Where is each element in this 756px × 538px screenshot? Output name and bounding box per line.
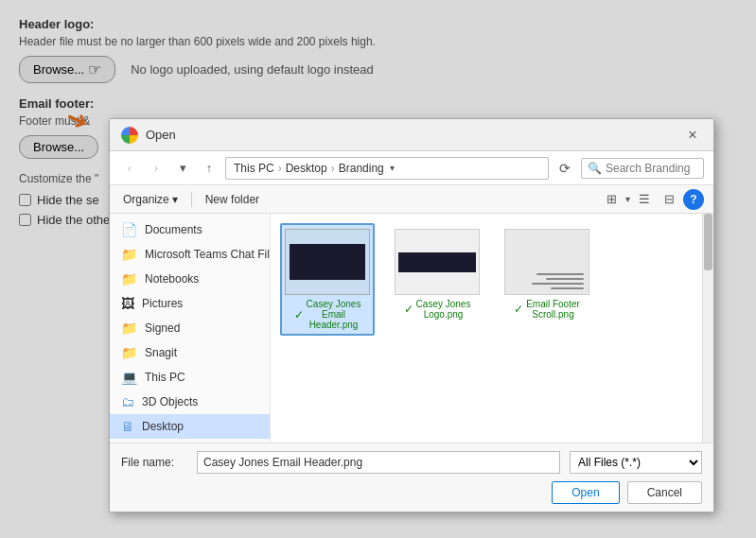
sidebar-item-teams[interactable]: 📁 Microsoft Teams Chat Files [110,242,270,267]
sidebar-label-this-pc: This PC [145,371,185,384]
email-footer-check: ✓ Email FooterScroll.png [514,299,580,320]
breadcrumb-this-pc[interactable]: This PC [234,162,274,175]
3d-objects-icon: 🗂 [121,394,134,409]
breadcrumb-branding[interactable]: Branding [339,162,384,175]
nav-dropdown-button[interactable]: ▾ [172,158,193,179]
refresh-button[interactable]: ⟳ [554,158,575,179]
breadcrumb-sep-2: › [331,162,335,175]
casey-header-thumbnail: CASEY JONES [285,229,370,295]
pictures-icon: 🖼 [121,296,134,311]
sidebar-label-documents: Documents [145,223,202,236]
file-item-casey-logo[interactable]: CASEY JONES ✓ Casey JonesLogo.png [390,223,484,325]
dialog-title-left: Open [121,127,176,144]
dialog-titlebar: Open × [110,119,713,151]
dialog-toolbar: Organize ▾ New folder ⊞ ▾ ☰ ⊟ ? [110,185,713,214]
sidebar-item-desktop[interactable]: 🖥 Desktop [110,414,270,439]
sidebar-label-desktop: Desktop [142,420,184,433]
dialog-sidebar: 📄 Documents 📁 Microsoft Teams Chat Files… [110,214,271,443]
dialog-close-button[interactable]: × [683,126,702,145]
action-row: Open Cancel [121,481,702,504]
teams-icon: 📁 [121,247,137,262]
footer-line-4 [551,287,584,289]
view-details-button[interactable]: ☰ [634,189,655,210]
sidebar-item-snagit[interactable]: 📁 Snagit [110,340,270,365]
chrome-icon [121,127,138,144]
file-item-casey-header[interactable]: CASEY JONES ✓ Casey JonesEmailHeader.png [280,223,375,336]
sidebar-label-snagit: Snagit [145,346,177,359]
email-footer-thumbnail [504,229,589,295]
casey-logo-text: CASEY JONES [404,259,469,269]
search-box: 🔍 [581,158,704,179]
footer-lines [532,273,584,289]
this-pc-icon: 💻 [121,370,137,385]
check-icon-2: ✓ [404,303,413,316]
footer-line-3 [532,283,584,285]
filename-input[interactable] [197,451,560,474]
new-folder-button[interactable]: New folder [202,191,263,208]
view-tiles-button[interactable]: ⊟ [659,189,679,210]
nav-up-button[interactable]: ↑ [199,158,220,179]
sidebar-item-pictures[interactable]: 🖼 Pictures [110,291,270,316]
help-button[interactable]: ? [683,189,704,210]
nav-forward-button[interactable]: › [146,158,167,179]
view-extra-large-button[interactable]: ⊞ [601,189,622,210]
check-icon-3: ✓ [514,303,523,316]
open-button[interactable]: Open [552,481,619,504]
dialog-body: 📄 Documents 📁 Microsoft Teams Chat Files… [110,214,713,443]
file-item-email-footer[interactable]: ✓ Email FooterScroll.png [500,223,594,325]
casey-logo-thumbnail: CASEY JONES [395,229,480,295]
casey-header-label: Casey JonesEmailHeader.png [307,299,361,330]
file-open-dialog: Open × ‹ › ▾ ↑ This PC › Desktop › Brand… [109,118,714,512]
dialog-bottom: File name: All Files (*.*) Open Cancel [110,443,713,512]
dialog-content: CASEY JONES ✓ Casey JonesEmailHeader.png… [271,214,713,443]
toolbar-right: ⊞ ▾ ☰ ⊟ ? [601,189,704,210]
desktop-icon: 🖥 [121,419,134,434]
signed-icon: 📁 [121,321,137,336]
organize-button[interactable]: Organize ▾ [119,191,182,208]
cancel-button[interactable]: Cancel [627,481,702,504]
sidebar-label-teams: Microsoft Teams Chat Files [145,248,271,261]
footer-line-1 [536,273,584,275]
organize-dropdown-icon: ▾ [172,193,178,206]
email-footer-label: Email FooterScroll.png [526,299,580,320]
nav-back-button[interactable]: ‹ [119,158,140,179]
sidebar-item-3d-objects[interactable]: 🗂 3D Objects [110,390,270,414]
casey-logo-check: ✓ Casey JonesLogo.png [404,299,471,320]
casey-header-logo-text: CASEY JONES [308,250,346,275]
documents-icon: 📄 [121,222,137,237]
snagit-icon: 📁 [121,345,137,360]
notebooks-icon: 📁 [121,271,137,286]
footer-line-2 [546,278,584,280]
filename-label: File name: [121,456,187,469]
casey-header-check: ✓ Casey JonesEmailHeader.png [294,299,361,330]
dialog-addressbar: ‹ › ▾ ↑ This PC › Desktop › Branding ▾ ⟳… [110,151,713,185]
check-icon-1: ✓ [294,308,304,321]
breadcrumb-bar: This PC › Desktop › Branding ▾ [225,157,549,180]
filetype-select[interactable]: All Files (*.*) [570,451,702,474]
sidebar-item-this-pc[interactable]: 💻 This PC [110,365,270,390]
sidebar-item-documents[interactable]: 📄 Documents [110,217,270,242]
casey-logo-label: Casey JonesLogo.png [416,299,471,320]
breadcrumb-desktop[interactable]: Desktop [286,162,327,175]
toolbar-separator [191,192,192,207]
search-input[interactable] [606,162,697,175]
scrollbar-track[interactable] [702,214,713,443]
sidebar-label-signed: Signed [145,321,180,335]
sidebar-label-3d-objects: 3D Objects [142,395,198,408]
search-icon: 🔍 [588,162,602,175]
breadcrumb-dropdown-button[interactable]: ▾ [388,163,396,173]
view-dropdown-icon[interactable]: ▾ [625,194,630,204]
sidebar-label-pictures: Pictures [142,297,183,310]
filename-row: File name: All Files (*.*) [121,451,702,474]
sidebar-item-notebooks[interactable]: 📁 Notebooks [110,267,270,291]
scrollbar-thumb[interactable] [704,214,712,270]
sidebar-label-notebooks: Notebooks [145,272,199,286]
breadcrumb-sep-1: › [278,162,282,175]
dialog-title: Open [146,128,176,142]
sidebar-item-signed[interactable]: 📁 Signed [110,316,270,340]
